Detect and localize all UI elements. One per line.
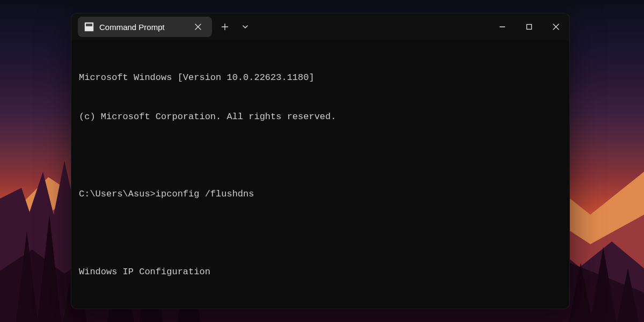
terminal-line: (c) Microsoft Corporation. All rights re… [79,111,562,123]
tab-dropdown-button[interactable] [236,17,255,36]
terminal-line: C:\Users\Asus>ipconfig /flushdns [79,188,562,201]
minimize-button[interactable] [489,13,516,40]
tab-close-button[interactable] [191,19,206,34]
titlebar[interactable]: Command Prompt [71,13,569,40]
terminal-line [79,227,562,240]
close-icon [195,24,201,30]
close-icon [553,24,559,30]
terminal-window: Command Prompt Microsoft Windows [Versio… [71,13,570,309]
minimize-icon [499,24,506,30]
command-prompt-icon [84,22,94,32]
chevron-down-icon [242,24,248,30]
new-tab-button[interactable] [215,17,235,36]
maximize-button[interactable] [516,13,543,40]
terminal-line: Microsoft Windows [Version 10.0.22623.11… [79,71,562,84]
terminal-body[interactable]: Microsoft Windows [Version 10.0.22623.11… [71,40,569,309]
terminal-line [79,149,562,162]
svg-rect-1 [527,25,532,30]
tab-command-prompt[interactable]: Command Prompt [78,17,212,37]
plus-icon [221,23,229,31]
terminal-line [79,305,562,309]
window-close-button[interactable] [543,13,569,40]
tab-title: Command Prompt [99,23,191,32]
maximize-icon [526,24,532,30]
terminal-line: Windows IP Configuration [79,266,562,279]
window-controls [489,13,569,40]
